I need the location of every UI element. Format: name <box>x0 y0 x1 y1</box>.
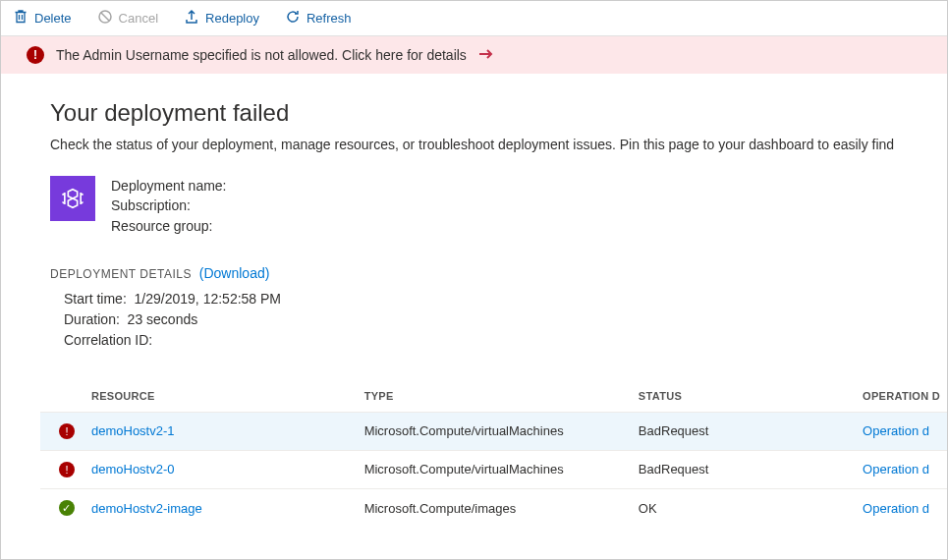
error-icon: ! <box>59 462 75 477</box>
resource-type: Microsoft.Compute/virtualMachines <box>357 450 631 488</box>
redeploy-button[interactable]: Redeploy <box>178 5 265 31</box>
col-operation[interactable]: OPERATION D <box>855 380 947 413</box>
error-icon: ! <box>59 423 75 439</box>
arrow-right-icon <box>478 47 494 63</box>
error-banner[interactable]: ! The Admin Username specified is not al… <box>1 36 947 74</box>
cancel-label: Cancel <box>119 11 158 26</box>
resource-link[interactable]: demoHostv2-1 <box>91 423 175 438</box>
subscription-label: Subscription: <box>111 196 227 215</box>
resource-status: BadRequest <box>631 412 855 450</box>
page-title: Your deployment failed <box>50 99 947 127</box>
redeploy-label: Redeploy <box>205 11 259 26</box>
operation-link[interactable]: Operation d <box>863 501 929 516</box>
upload-icon <box>184 9 199 28</box>
meta-lines: Deployment name: Subscription: Resource … <box>111 176 227 236</box>
delete-button[interactable]: Delete <box>7 5 78 31</box>
trash-icon <box>13 9 28 28</box>
resource-status: OK <box>631 488 855 527</box>
toolbar: Delete Cancel Redeploy <box>1 1 947 36</box>
deployment-page: Delete Cancel Redeploy <box>0 0 948 560</box>
download-link[interactable]: (Download) <box>199 265 270 281</box>
table-row[interactable]: ! demoHostv2-1 Microsoft.Compute/virtual… <box>40 412 947 450</box>
resource-table-wrapper: RESOURCE TYPE STATUS OPERATION D ! demoH… <box>40 380 947 528</box>
table-header-row: RESOURCE TYPE STATUS OPERATION D <box>40 380 947 413</box>
duration-label: Duration: <box>64 311 120 327</box>
operation-link[interactable]: Operation d <box>863 462 929 476</box>
start-time-label: Start time: <box>64 291 127 307</box>
success-icon: ✓ <box>59 500 75 516</box>
delete-label: Delete <box>34 11 72 26</box>
refresh-button[interactable]: Refresh <box>279 5 358 31</box>
error-icon: ! <box>27 46 44 64</box>
refresh-icon <box>285 9 301 28</box>
start-time-value: 1/29/2019, 12:52:58 PM <box>135 291 281 307</box>
resource-type: Microsoft.Compute/virtualMachines <box>357 412 631 450</box>
content: Your deployment failed Check the status … <box>1 74 947 559</box>
correlation-id-label: Correlation ID: <box>64 332 152 348</box>
cancel-icon <box>97 9 113 28</box>
col-status[interactable]: STATUS <box>631 380 855 413</box>
details-section-label: DEPLOYMENT DETAILS <box>50 267 192 281</box>
resource-group-label: Resource group: <box>111 216 227 236</box>
resource-link[interactable]: demoHostv2-image <box>91 501 202 516</box>
operation-link[interactable]: Operation d <box>863 423 929 438</box>
deployment-name-label: Deployment name: <box>111 176 227 196</box>
page-subtitle: Check the status of your deployment, man… <box>50 137 947 152</box>
duration-value: 23 seconds <box>128 311 198 327</box>
col-resource[interactable]: RESOURCE <box>84 380 357 413</box>
col-type[interactable]: TYPE <box>357 380 631 413</box>
details-section-heading: DEPLOYMENT DETAILS (Download) <box>50 265 947 281</box>
deployment-meta: Deployment name: Subscription: Resource … <box>50 176 947 236</box>
refresh-label: Refresh <box>307 11 352 26</box>
cancel-button: Cancel <box>91 5 164 31</box>
resource-table: RESOURCE TYPE STATUS OPERATION D ! demoH… <box>40 380 947 528</box>
error-message: The Admin Username specified is not allo… <box>56 47 467 63</box>
resource-status: BadRequest <box>631 450 855 488</box>
table-row[interactable]: ! demoHostv2-0 Microsoft.Compute/virtual… <box>40 450 947 488</box>
resource-type: Microsoft.Compute/images <box>357 488 631 527</box>
cube-icon <box>50 176 95 221</box>
resource-link[interactable]: demoHostv2-0 <box>91 462 175 476</box>
table-row[interactable]: ✓ demoHostv2-image Microsoft.Compute/ima… <box>40 488 947 527</box>
details-lines: Start time: 1/29/2019, 12:52:58 PM Durat… <box>64 289 947 351</box>
